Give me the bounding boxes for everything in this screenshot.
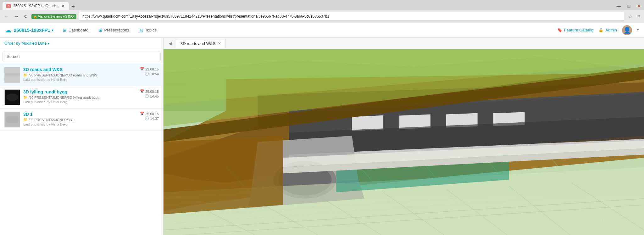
3d-scene-svg <box>164 49 644 235</box>
presentation-title: 3D fylling rundt bygg <box>23 89 137 94</box>
user-dropdown-icon[interactable]: ▾ <box>637 28 639 32</box>
presentation-published: Last published by Heidi Berg <box>23 78 137 81</box>
feature-catalog-icon: 🔖 <box>557 28 562 32</box>
tab-close-button[interactable]: ✕ <box>218 41 221 46</box>
presentation-time: 🕐 14:07 <box>145 116 159 120</box>
project-name[interactable]: 250815-193xFP1 <box>14 27 50 33</box>
search-input[interactable] <box>3 52 161 61</box>
presentation-item[interactable]: 3D roads and W&S 📁 /90 PRESENTASJONER/3D… <box>0 64 163 86</box>
presentation-time: 🕐 14:45 <box>145 94 159 98</box>
nav-dashboard-label: Dashboard <box>69 28 89 32</box>
forward-button[interactable]: → <box>13 12 20 20</box>
sort-label[interactable]: Order by Modified Date <box>4 41 47 46</box>
sort-dropdown-icon[interactable]: ▾ <box>48 42 49 45</box>
svg-rect-6 <box>6 116 18 122</box>
main-content: Order by Modified Date ▾ 3D roads and W&… <box>0 38 644 235</box>
feature-catalog-label: Feature Catalog <box>564 28 593 32</box>
menu-button[interactable]: ≡ <box>636 12 641 20</box>
collapse-sidebar-button[interactable]: ◀ <box>166 40 175 47</box>
presentation-info: 3D roads and W&S 📁 /90 PRESENTASJONER/3D… <box>23 67 137 81</box>
browser-tab[interactable]: Q 250815-193xFP1 - Quadr... ✕ <box>3 2 69 10</box>
dashboard-icon: ⊞ <box>63 28 67 33</box>
presentation-date: 📅 25.08.15 <box>140 89 159 93</box>
presentation-path: 📁 /90 PRESENTASJONER/3D 1 <box>23 118 137 122</box>
nav-dashboard[interactable]: ⊞ Dashboard <box>58 25 93 35</box>
tab-close-button[interactable]: ✕ <box>61 3 65 8</box>
minimize-button[interactable]: — <box>614 2 624 10</box>
calendar-icon: 📅 <box>140 67 144 71</box>
svg-marker-51 <box>164 136 283 215</box>
svg-point-4 <box>6 93 18 101</box>
address-bar-row: ← → ↻ 🔒 Vianova Systems AS [NO] https://… <box>0 10 644 23</box>
admin-icon: 🔒 <box>598 28 603 32</box>
presentation-date: 📅 29.08.15 <box>140 67 159 71</box>
nav-presentations-label: Presentations <box>104 28 130 32</box>
content-area: ◀ 3D roads and W&S ✕ <box>164 38 644 235</box>
admin-button[interactable]: 🔒 Admin <box>598 28 617 32</box>
calendar-icon: 📅 <box>140 89 144 93</box>
presentation-thumbnail <box>4 67 20 83</box>
app-header: ☁ 250815-193xFP1 ▾ ⊞ Dashboard ⊞ Present… <box>0 23 644 38</box>
new-tab-button[interactable]: + <box>69 3 77 10</box>
nav-topics-label: Topics <box>145 28 157 32</box>
folder-icon: 📁 <box>23 118 28 122</box>
folder-icon: 📁 <box>23 95 28 99</box>
presentation-thumbnail <box>4 89 20 105</box>
presentation-published: Last published by Heidi Berg <box>23 100 137 104</box>
presentation-meta: 📅 25.08.15 🕐 14:45 <box>140 89 159 98</box>
presentation-path: 📁 /90 PRESENTASJONER/3D fylling rundt by… <box>23 95 137 99</box>
topics-icon: ◎ <box>139 28 143 33</box>
content-tabs: ◀ 3D roads and W&S ✕ <box>164 38 644 49</box>
project-dropdown-icon[interactable]: ▾ <box>52 28 53 32</box>
sidebar: Order by Modified Date ▾ 3D roads and W&… <box>0 38 164 235</box>
presentation-meta: 📅 29.08.15 🕐 10:54 <box>140 67 159 76</box>
presentation-published: Last published by Heidi Berg <box>23 122 137 126</box>
presentation-path: 📁 /90 PRESENTASJONER/3D roads and W&S <box>23 73 137 77</box>
close-button[interactable]: ✕ <box>634 2 644 10</box>
reload-button[interactable]: ↻ <box>23 13 29 20</box>
presentation-title: 3D 1 <box>23 112 137 117</box>
presentation-thumbnail <box>4 112 20 127</box>
url-bar[interactable]: https://www.quadridcm.com/EasyAccess/Pro… <box>79 12 624 21</box>
security-badge: 🔒 Vianova Systems AS [NO] <box>31 14 76 19</box>
clock-icon: 🕐 <box>145 94 149 98</box>
presentations-icon: ⊞ <box>99 28 103 33</box>
search-bar <box>3 52 161 61</box>
tab-label: 250815-193xFP1 - Quadr... <box>13 4 59 8</box>
calendar-icon: 📅 <box>140 112 144 116</box>
presentation-time: 🕐 10:54 <box>145 72 159 76</box>
app-logo-icon: ☁ <box>5 26 11 34</box>
presentation-item[interactable]: 3D 1 📁 /90 PRESENTASJONER/3D 1 Last publ… <box>0 109 163 131</box>
admin-label: Admin <box>605 28 617 32</box>
tab-label: 3D roads and W&S <box>180 41 215 46</box>
presentation-list: 3D roads and W&S 📁 /90 PRESENTASJONER/3D… <box>0 64 163 235</box>
presentation-title: 3D roads and W&S <box>23 67 137 72</box>
presentation-date: 📅 25.08.15 <box>140 112 159 116</box>
user-avatar[interactable]: 👤 <box>622 25 632 35</box>
tab-favicon: Q <box>6 4 11 8</box>
presentation-info: 3D fylling rundt bygg 📁 /90 PRESENTASJON… <box>23 89 137 104</box>
browser-chrome: Q 250815-193xFP1 - Quadr... ✕ + — □ ✕ ← … <box>0 0 644 23</box>
sidebar-header: Order by Modified Date ▾ <box>0 38 163 49</box>
nav-presentations[interactable]: ⊞ Presentations <box>94 25 134 35</box>
header-right: 🔖 Feature Catalog 🔒 Admin 👤 ▾ <box>557 25 639 35</box>
back-button[interactable]: ← <box>3 12 10 20</box>
bookmark-button[interactable]: ☆ <box>627 12 634 21</box>
folder-icon: 📁 <box>23 73 28 77</box>
clock-icon: 🕐 <box>145 72 149 76</box>
lock-icon: 🔒 <box>33 15 37 18</box>
presentation-meta: 📅 25.08.15 🕐 14:07 <box>140 112 159 120</box>
maximize-button[interactable]: □ <box>624 2 634 10</box>
3d-viewport[interactable] <box>164 49 644 235</box>
feature-catalog-button[interactable]: 🔖 Feature Catalog <box>557 28 593 32</box>
presentation-item[interactable]: 3D fylling rundt bygg 📁 /90 PRESENTASJON… <box>0 86 163 109</box>
clock-icon: 🕐 <box>145 116 149 120</box>
presentation-info: 3D 1 📁 /90 PRESENTASJONER/3D 1 Last publ… <box>23 112 137 126</box>
content-tab-active[interactable]: 3D roads and W&S ✕ <box>176 39 226 48</box>
main-nav: ⊞ Dashboard ⊞ Presentations ◎ Topics <box>58 25 161 35</box>
nav-topics[interactable]: ◎ Topics <box>135 25 161 35</box>
